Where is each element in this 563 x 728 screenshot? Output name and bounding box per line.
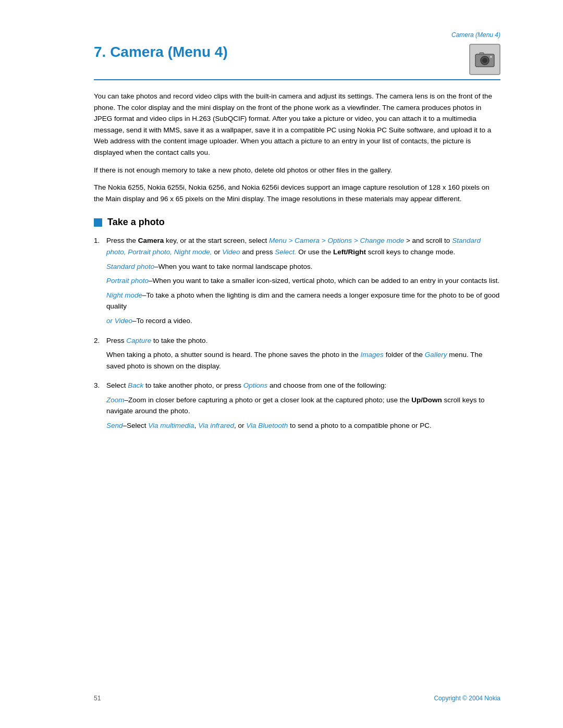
via-infrared-link: Via infrared: [198, 422, 234, 429]
sub-item-shutter: When taking a photo, a shutter sound is …: [106, 349, 500, 372]
step-2-content: Press Capture to take the photo. When ta…: [106, 335, 500, 375]
section-title: Take a photo: [107, 217, 165, 228]
sub-item-night: Night mode–To take a photo when the ligh…: [106, 290, 500, 312]
standard-photo-label: Standard photo: [106, 263, 154, 270]
copyright-text: Copyright © 2004 Nokia: [434, 695, 500, 702]
back-link: Back: [128, 381, 143, 389]
chapter-header: 7. Camera (Menu 4): [94, 44, 500, 80]
sub-item-send: Send–Select Via multimedia, Via infrared…: [106, 420, 500, 431]
portrait-photo-label: Portrait photo: [106, 277, 149, 285]
menu-link: Menu > Camera > Options >: [269, 237, 358, 244]
options-link: Options: [243, 381, 268, 389]
intro-paragraph-2: If there is not enough memory to take a …: [94, 165, 500, 176]
step-1-text: Press the Camera key, or at the start sc…: [106, 237, 481, 256]
footer: 51 Copyright © 2004 Nokia: [0, 695, 563, 702]
svg-rect-3: [480, 53, 484, 55]
step-3-text: Select Back to take another photo, or pr…: [106, 381, 386, 389]
or-video-label: or Video: [106, 317, 132, 325]
page-container: Camera (Menu 4) 7. Camera (Menu 4) You c…: [0, 0, 563, 728]
sub-item-video: or Video–To record a video.: [106, 315, 500, 327]
svg-point-2: [482, 58, 487, 63]
camera-keyword: Camera: [138, 237, 164, 244]
via-bluetooth-link: Via Bluetooth: [246, 422, 288, 429]
svg-point-4: [490, 56, 492, 58]
steps-list: 1. Press the Camera key, or at the start…: [94, 235, 500, 434]
sub-item-zoom: Zoom–Zoom in closer before capturing a p…: [106, 394, 500, 417]
page-number: 51: [94, 695, 101, 702]
gallery-link: Gallery: [425, 351, 447, 359]
leftright-keyword: Left/Right: [333, 248, 366, 256]
step-1-number: 1.: [94, 235, 106, 329]
via-multimedia-link: Via multimedia: [148, 422, 194, 429]
send-label: Send: [106, 422, 123, 429]
step-3-number: 3.: [94, 380, 106, 434]
select-link: Select.: [275, 248, 296, 256]
step-3: 3. Select Back to take another photo, or…: [94, 380, 500, 434]
night-mode-label: Night mode: [106, 291, 142, 299]
zoom-label: Zoom: [106, 396, 125, 404]
images-link: Images: [361, 351, 384, 359]
change-mode-link: Change mode: [360, 237, 404, 244]
step-2: 2. Press Capture to take the photo. When…: [94, 335, 500, 375]
intro-paragraph-3: The Nokia 6255, Nokia 6255i, Nokia 6256,…: [94, 182, 500, 204]
updown-keyword: Up/Down: [411, 396, 442, 404]
intro-paragraph-1: You can take photos and record video cli…: [94, 91, 500, 158]
section-square-icon: [94, 218, 102, 227]
sub-item-portrait: Portrait photo–When you want to take a s…: [106, 275, 500, 287]
step-1-content: Press the Camera key, or at the start sc…: [106, 235, 500, 329]
step-3-content: Select Back to take another photo, or pr…: [106, 380, 500, 434]
chapter-title: 7. Camera (Menu 4): [94, 44, 228, 60]
step-2-number: 2.: [94, 335, 106, 375]
video-link: Video: [222, 248, 240, 256]
camera-icon: [469, 44, 500, 75]
sub-item-standard: Standard photo–When you want to take nor…: [106, 261, 500, 273]
section-heading: Take a photo: [94, 217, 500, 228]
capture-link: Capture: [126, 337, 151, 344]
step-1: 1. Press the Camera key, or at the start…: [94, 235, 500, 329]
step-2-text: Press Capture to take the photo.: [106, 337, 207, 344]
breadcrumb: Camera (Menu 4): [94, 31, 500, 39]
